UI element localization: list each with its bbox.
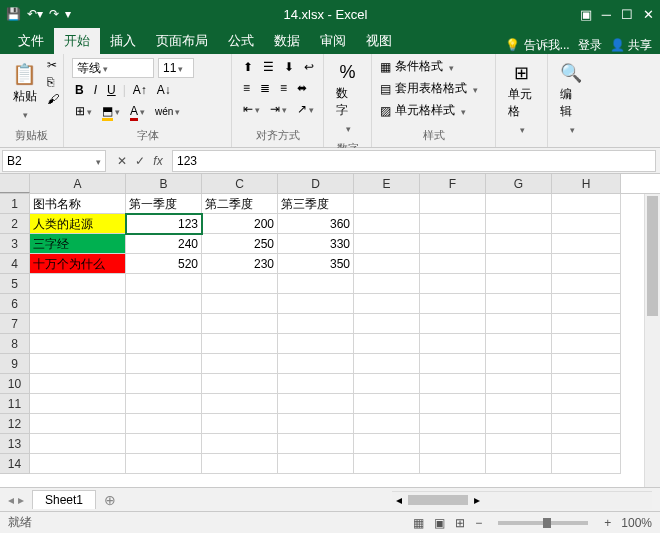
cell[interactable] xyxy=(30,394,126,414)
cell[interactable] xyxy=(126,414,202,434)
cell[interactable]: 200 xyxy=(202,214,278,234)
cell[interactable] xyxy=(126,274,202,294)
ribbon-options-icon[interactable]: ▣ xyxy=(580,7,592,22)
column-header[interactable]: B xyxy=(126,174,202,193)
row-header[interactable]: 2 xyxy=(0,214,30,234)
column-header[interactable]: A xyxy=(30,174,126,193)
row-header[interactable]: 11 xyxy=(0,394,30,414)
paste-button[interactable]: 📋 粘贴 xyxy=(8,58,41,125)
tab-layout[interactable]: 页面布局 xyxy=(146,28,218,54)
fill-color-button[interactable]: ⬒ xyxy=(99,102,123,120)
cell[interactable] xyxy=(354,274,420,294)
cell[interactable]: 十万个为什么 xyxy=(30,254,126,274)
conditional-formatting-button[interactable]: ▦ 条件格式 xyxy=(380,58,454,75)
row-header[interactable]: 4 xyxy=(0,254,30,274)
indent-increase-icon[interactable]: ⇥ xyxy=(267,100,290,118)
cell[interactable] xyxy=(420,334,486,354)
cell[interactable] xyxy=(278,274,354,294)
cell[interactable] xyxy=(30,314,126,334)
cell[interactable] xyxy=(30,374,126,394)
cell[interactable] xyxy=(354,294,420,314)
column-header[interactable]: F xyxy=(420,174,486,193)
cell[interactable] xyxy=(420,314,486,334)
row-header[interactable]: 3 xyxy=(0,234,30,254)
cell[interactable] xyxy=(552,274,621,294)
editing-button[interactable]: 🔍 编辑 xyxy=(556,58,586,140)
cell[interactable] xyxy=(420,234,486,254)
cell[interactable] xyxy=(278,394,354,414)
cell[interactable] xyxy=(486,354,552,374)
cells-button[interactable]: ⊞ 单元格 xyxy=(504,58,539,140)
cell[interactable] xyxy=(354,414,420,434)
name-box[interactable]: B2 xyxy=(2,150,106,172)
cell[interactable] xyxy=(552,374,621,394)
cell[interactable] xyxy=(420,254,486,274)
zoom-out-icon[interactable]: − xyxy=(475,516,482,530)
cell[interactable] xyxy=(354,354,420,374)
wrap-text-icon[interactable]: ↩ xyxy=(301,58,317,76)
undo-icon[interactable]: ↶▾ xyxy=(27,7,43,21)
cell[interactable]: 123 xyxy=(126,214,202,234)
cell[interactable] xyxy=(30,414,126,434)
close-icon[interactable]: ✕ xyxy=(643,7,654,22)
save-icon[interactable]: 💾 xyxy=(6,7,21,21)
shrink-font-icon[interactable]: A↓ xyxy=(154,81,174,99)
tab-insert[interactable]: 插入 xyxy=(100,28,146,54)
cell[interactable] xyxy=(486,434,552,454)
number-format-button[interactable]: % 数字 xyxy=(332,58,363,139)
cell[interactable] xyxy=(278,454,354,474)
cell[interactable] xyxy=(552,294,621,314)
cell[interactable]: 图书名称 xyxy=(30,194,126,214)
cell[interactable] xyxy=(420,214,486,234)
cell[interactable] xyxy=(278,294,354,314)
page-layout-view-icon[interactable]: ▣ xyxy=(434,516,445,530)
cell[interactable] xyxy=(486,414,552,434)
cell[interactable] xyxy=(278,354,354,374)
cell[interactable] xyxy=(126,374,202,394)
cell[interactable] xyxy=(486,294,552,314)
cell[interactable] xyxy=(126,314,202,334)
column-header[interactable]: D xyxy=(278,174,354,193)
cell[interactable] xyxy=(202,294,278,314)
cell[interactable] xyxy=(420,294,486,314)
row-header[interactable]: 13 xyxy=(0,434,30,454)
cell[interactable]: 520 xyxy=(126,254,202,274)
tab-view[interactable]: 视图 xyxy=(356,28,402,54)
column-header[interactable]: H xyxy=(552,174,621,193)
cell[interactable] xyxy=(552,314,621,334)
bold-button[interactable]: B xyxy=(72,81,87,99)
cell[interactable] xyxy=(202,274,278,294)
cell[interactable] xyxy=(354,254,420,274)
page-break-view-icon[interactable]: ⊞ xyxy=(455,516,465,530)
row-header[interactable]: 6 xyxy=(0,294,30,314)
cell[interactable] xyxy=(486,374,552,394)
indent-decrease-icon[interactable]: ⇤ xyxy=(240,100,263,118)
tab-file[interactable]: 文件 xyxy=(8,28,54,54)
sheet-tab[interactable]: Sheet1 xyxy=(32,490,96,509)
tab-home[interactable]: 开始 xyxy=(54,28,100,54)
cell[interactable] xyxy=(354,374,420,394)
share-button[interactable]: 👤 共享 xyxy=(610,37,652,54)
cell[interactable]: 人类的起源 xyxy=(30,214,126,234)
cell[interactable] xyxy=(278,334,354,354)
cell[interactable]: 230 xyxy=(202,254,278,274)
cell[interactable] xyxy=(30,294,126,314)
cell[interactable] xyxy=(486,454,552,474)
cell[interactable] xyxy=(420,434,486,454)
row-header[interactable]: 7 xyxy=(0,314,30,334)
zoom-level[interactable]: 100% xyxy=(621,516,652,530)
cell[interactable] xyxy=(30,434,126,454)
row-header[interactable]: 10 xyxy=(0,374,30,394)
font-size-dropdown[interactable]: 11 xyxy=(158,58,194,78)
copy-icon[interactable]: ⎘ xyxy=(47,75,59,89)
format-painter-icon[interactable]: 🖌 xyxy=(47,92,59,106)
signin[interactable]: 登录 xyxy=(578,37,602,54)
redo-icon[interactable]: ↷ xyxy=(49,7,59,21)
cell[interactable] xyxy=(552,214,621,234)
normal-view-icon[interactable]: ▦ xyxy=(413,516,424,530)
add-sheet-button[interactable]: ⊕ xyxy=(104,492,116,508)
cell[interactable] xyxy=(486,274,552,294)
cell[interactable] xyxy=(486,394,552,414)
cell[interactable] xyxy=(420,194,486,214)
cell[interactable] xyxy=(354,214,420,234)
